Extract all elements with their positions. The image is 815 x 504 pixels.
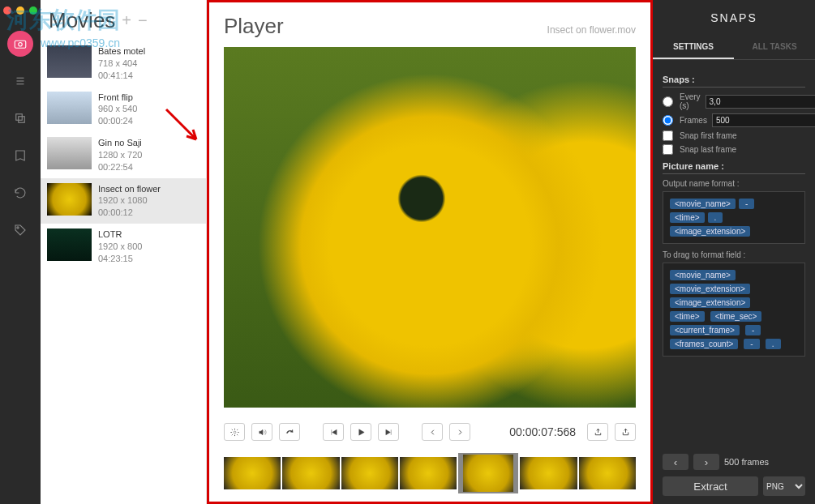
- snap-first-checkbox[interactable]: [663, 130, 673, 141]
- movie-item[interactable]: Front flip960 x 54000:00:24: [41, 87, 206, 133]
- token[interactable]: <movie_name>: [670, 270, 736, 280]
- snaps-title: SNAPS: [653, 0, 815, 36]
- token[interactable]: .: [708, 212, 723, 223]
- filmstrip-frame[interactable]: [400, 457, 457, 489]
- book-icon[interactable]: [7, 143, 33, 169]
- export-button[interactable]: [587, 423, 608, 441]
- movies-title: Movies: [49, 8, 115, 33]
- window-traffic-lights[interactable]: [3, 6, 37, 15]
- movie-thumb: [47, 183, 92, 216]
- layers-icon[interactable]: [7, 105, 33, 131]
- step-back-button[interactable]: [422, 423, 443, 441]
- list-icon[interactable]: [7, 68, 33, 94]
- frame-count-label: 500 frames: [724, 457, 769, 467]
- add-movie-button[interactable]: +: [122, 11, 131, 30]
- camera-icon[interactable]: [7, 31, 33, 57]
- svg-point-8: [234, 431, 236, 434]
- step-forward-button[interactable]: [449, 423, 470, 441]
- drag-label: To drag to format field :: [663, 250, 805, 259]
- player-panel: Player Insect on flower.mov 00:00:07:568: [207, 0, 653, 504]
- token[interactable]: .: [766, 339, 781, 349]
- movies-panel: Movies + − Bates motel718 x 40400:41:14 …: [41, 0, 207, 504]
- token[interactable]: <image_extension>: [670, 297, 750, 308]
- frames-radio[interactable]: [663, 115, 673, 126]
- picture-heading: Picture name :: [663, 161, 805, 174]
- movie-item[interactable]: Bates motel718 x 40400:41:14: [41, 41, 206, 87]
- svg-rect-5: [16, 114, 23, 121]
- refresh-icon[interactable]: [7, 180, 33, 206]
- frames-input[interactable]: [712, 113, 815, 127]
- movie-thumb: [47, 229, 92, 261]
- play-button[interactable]: [350, 423, 371, 441]
- remove-movie-button[interactable]: −: [138, 11, 148, 30]
- output-format-field[interactable]: <movie_name>- <time>. <image_extension>: [663, 191, 805, 244]
- next-frame-button[interactable]: [378, 423, 399, 441]
- settings-button[interactable]: [224, 423, 245, 441]
- token[interactable]: <frames_count>: [670, 339, 738, 349]
- format-select[interactable]: PNG: [763, 476, 805, 496]
- snaps-heading: Snaps :: [663, 75, 805, 88]
- svg-point-1: [19, 43, 23, 47]
- movies-list: Bates motel718 x 40400:41:14 Front flip9…: [41, 41, 206, 504]
- icon-rail: [0, 0, 41, 504]
- player-title: Player: [224, 14, 284, 39]
- token[interactable]: <image_extension>: [670, 226, 750, 237]
- movie-thumb: [47, 45, 92, 78]
- movie-item[interactable]: Gin no Saji1280 x 72000:22:54: [41, 132, 206, 178]
- filmstrip-frame[interactable]: [520, 457, 577, 489]
- every-input[interactable]: [706, 95, 815, 109]
- snap-last-checkbox[interactable]: [663, 144, 673, 155]
- filmstrip-frame[interactable]: [579, 457, 636, 489]
- volume-button[interactable]: [251, 423, 272, 441]
- svg-rect-0: [15, 41, 26, 48]
- filmstrip-frame-selected[interactable]: [458, 453, 518, 493]
- every-radio[interactable]: [663, 96, 673, 107]
- player-controls: 00:00:07:568: [224, 417, 636, 446]
- movie-item[interactable]: LOTR1920 x 80004:23:15: [41, 224, 206, 270]
- token[interactable]: -: [744, 339, 759, 349]
- tab-settings[interactable]: SETTINGS: [653, 36, 734, 59]
- token[interactable]: <time_sec>: [710, 311, 762, 322]
- share-button[interactable]: [615, 423, 636, 441]
- movie-thumb: [47, 137, 92, 169]
- output-format-label: Output name format :: [663, 179, 805, 188]
- tab-all-tasks[interactable]: ALL TASKS: [734, 36, 815, 59]
- prev-frame-button[interactable]: [323, 423, 344, 441]
- player-filename: Insect on flower.mov: [547, 24, 636, 36]
- filmstrip-frame[interactable]: [224, 457, 281, 489]
- filmstrip-frame[interactable]: [282, 457, 339, 489]
- token[interactable]: -: [745, 325, 761, 335]
- extract-button[interactable]: Extract: [663, 476, 758, 496]
- video-frame: [224, 47, 636, 408]
- filmstrip[interactable]: [224, 453, 636, 493]
- snaps-tabs: SETTINGS ALL TASKS: [653, 36, 815, 60]
- timecode: 00:00:07:568: [509, 425, 576, 438]
- movie-item[interactable]: Insect on flower1920 x 108000:00:12: [41, 178, 206, 224]
- token[interactable]: <current_frame>: [670, 325, 740, 335]
- token[interactable]: <movie_extension>: [670, 284, 750, 294]
- speed-button[interactable]: [279, 423, 300, 441]
- svg-rect-6: [19, 117, 25, 123]
- token[interactable]: <movie_name>: [670, 199, 736, 209]
- token[interactable]: <time>: [670, 311, 705, 322]
- filmstrip-frame[interactable]: [341, 457, 398, 489]
- movies-header: Movies + −: [41, 0, 206, 41]
- movie-name: Bates motel: [98, 45, 145, 58]
- token[interactable]: <time>: [670, 212, 705, 223]
- svg-point-7: [17, 227, 19, 229]
- token[interactable]: -: [739, 199, 754, 209]
- prev-button[interactable]: ‹: [663, 454, 688, 470]
- next-button[interactable]: ›: [693, 454, 719, 470]
- tag-icon[interactable]: [7, 217, 33, 243]
- snaps-panel: SNAPS SETTINGS ALL TASKS Snaps : Every (…: [653, 0, 815, 504]
- drag-tokens-field: <movie_name> <movie_extension> <image_ex…: [663, 263, 805, 357]
- video-viewport[interactable]: [224, 47, 636, 408]
- movie-thumb: [47, 92, 92, 124]
